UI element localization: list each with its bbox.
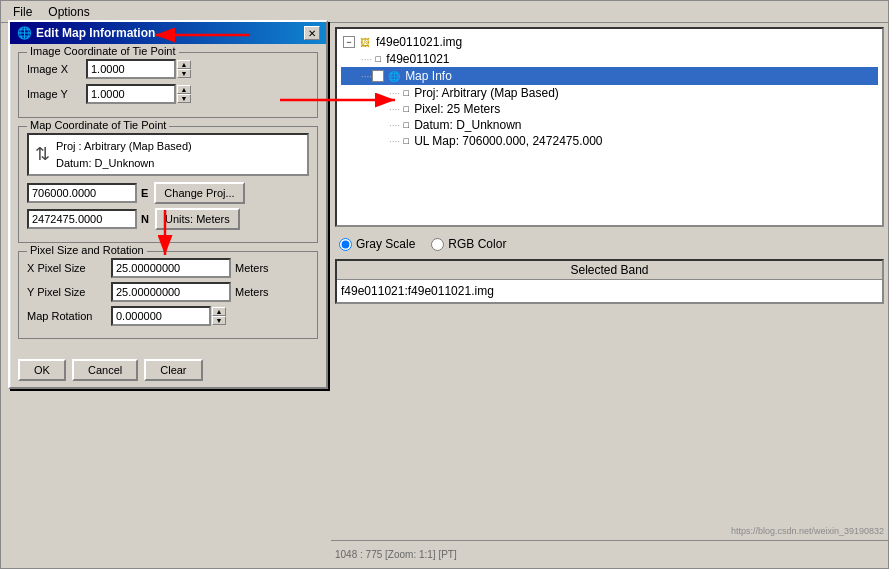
units-button[interactable]: Units: Meters [155,208,240,230]
image-x-label: Image X [27,63,82,75]
tree-item-6[interactable]: ···· □ UL Map: 706000.000, 2472475.000 [341,133,878,149]
tree-label-0: f49e011021.img [376,35,462,49]
dialog-title-text: Edit Map Information [36,26,155,40]
rotation-down-btn[interactable]: ▼ [212,316,226,325]
dot-line-2: ···· [361,71,372,82]
dot-line-1: ···· [361,54,372,65]
tree-item-2[interactable]: ···· − 🌐 Map Info [341,67,878,85]
rgb-color-label: RGB Color [448,237,506,251]
swap-icon: ⇅ [35,141,50,168]
image-x-spinner-buttons: ▲ ▼ [177,60,191,78]
dialog-buttons: OK Cancel Clear [10,355,326,387]
easting-input[interactable] [27,183,137,203]
leaf-6: □ [400,135,412,147]
tree-item-5[interactable]: ···· □ Datum: D_Unknown [341,117,878,133]
image-y-label: Image Y [27,88,82,100]
dialog-content: Image Coordinate of Tie Point Image X ▲ … [10,44,326,355]
change-proj-button[interactable]: Change Proj... [154,182,244,204]
tree-label-2: Map Info [405,69,452,83]
dot-line-3: ···· [389,88,400,99]
northing-input[interactable] [27,209,137,229]
leaf-4: □ [400,103,412,115]
dialog-title-icon: 🌐 [16,25,32,41]
clear-button[interactable]: Clear [144,359,202,381]
proj-info-text: Proj : Arbitrary (Map Based) Datum: D_Un… [56,138,192,171]
rgb-color-radio[interactable]: RGB Color [431,237,506,251]
image-y-input[interactable] [86,84,176,104]
tree-label-4: Pixel: 25 Meters [414,102,500,116]
leaf-3: □ [400,87,412,99]
dialog-titlebar: 🌐 Edit Map Information ✕ [10,22,326,44]
y-pixel-unit: Meters [235,286,269,298]
tree-item-3[interactable]: ···· □ Proj: Arbitrary (Map Based) [341,85,878,101]
rotation-input[interactable] [111,306,211,326]
image-y-down-btn[interactable]: ▼ [177,94,191,103]
dialog-title-bar: 🌐 Edit Map Information [16,25,155,41]
dot-line-5: ···· [389,120,400,131]
x-pixel-input[interactable] [111,258,231,278]
tree-item-4[interactable]: ···· □ Pixel: 25 Meters [341,101,878,117]
dot-line-6: ···· [389,136,400,147]
y-pixel-row: Y Pixel Size Meters [27,282,309,302]
proj-line2: Datum: D_Unknown [56,155,192,172]
right-panel: − 🖼 f49e011021.img ···· □ f49e011021 ···… [331,23,888,568]
expand-icon-1[interactable]: □ [372,53,384,65]
image-x-spinner[interactable]: ▲ ▼ [86,59,191,79]
x-pixel-unit: Meters [235,262,269,274]
northing-letter: N [141,213,149,225]
rotation-spinner-buttons: ▲ ▼ [212,307,226,325]
x-pixel-label: X Pixel Size [27,262,107,274]
rgb-color-input[interactable] [431,238,444,251]
tree-item-1[interactable]: ···· □ f49e011021 [341,51,878,67]
y-pixel-label: Y Pixel Size [27,286,107,298]
edit-map-dialog: 🌐 Edit Map Information ✕ Image Coordinat… [8,20,328,389]
image-y-up-btn[interactable]: ▲ [177,85,191,94]
tree-label-6: UL Map: 706000.000, 2472475.000 [414,134,602,148]
image-coord-group: Image Coordinate of Tie Point Image X ▲ … [18,52,318,118]
globe-icon: 🌐 [386,68,402,84]
selected-band-panel: Selected Band f49e011021:f49e011021.img [335,259,884,304]
map-coord-label: Map Coordinate of Tie Point [27,119,169,131]
map-coord-group: Map Coordinate of Tie Point ⇅ Proj : Arb… [18,126,318,243]
bottom-coords: 1048 : 775 [Zoom: 1:1] [PT] [335,549,457,560]
dialog-close-button[interactable]: ✕ [304,26,320,40]
proj-info-box: ⇅ Proj : Arbitrary (Map Based) Datum: D_… [27,133,309,176]
image-x-down-btn[interactable]: ▼ [177,69,191,78]
selected-band-value: f49e011021:f49e011021.img [337,280,882,302]
image-x-row: Image X ▲ ▼ [27,59,309,79]
x-pixel-row: X Pixel Size Meters [27,258,309,278]
gray-scale-label: Gray Scale [356,237,415,251]
proj-line1: Proj : Arbitrary (Map Based) [56,138,192,155]
image-coord-label: Image Coordinate of Tie Point [27,45,179,57]
selected-band-header: Selected Band [337,261,882,280]
image-x-input[interactable] [86,59,176,79]
image-y-spinner-buttons: ▲ ▼ [177,85,191,103]
rotation-spinner[interactable]: ▲ ▼ [111,306,226,326]
image-x-up-btn[interactable]: ▲ [177,60,191,69]
gray-scale-radio[interactable]: Gray Scale [339,237,415,251]
pixel-size-group: Pixel Size and Rotation X Pixel Size Met… [18,251,318,339]
ok-button[interactable]: OK [18,359,66,381]
rotation-up-btn[interactable]: ▲ [212,307,226,316]
y-pixel-input[interactable] [111,282,231,302]
watermark: https://blog.csdn.net/weixin_39190832 [731,526,884,536]
rotation-label: Map Rotation [27,310,107,322]
dot-line-4: ···· [389,104,400,115]
leaf-5: □ [400,119,412,131]
expand-icon-2[interactable]: − [372,70,384,82]
radio-area: Gray Scale RGB Color [335,233,884,255]
cancel-button[interactable]: Cancel [72,359,138,381]
tree-view[interactable]: − 🖼 f49e011021.img ···· □ f49e011021 ···… [335,27,884,227]
pixel-size-label: Pixel Size and Rotation [27,244,147,256]
img-icon: 🖼 [357,34,373,50]
menu-options[interactable]: Options [40,3,97,21]
expand-icon-0[interactable]: − [343,36,355,48]
tree-item-0[interactable]: − 🖼 f49e011021.img [341,33,878,51]
bottom-status: 1048 : 775 [Zoom: 1:1] [PT] [331,540,888,568]
menu-file[interactable]: File [5,3,40,21]
tree-label-1: f49e011021 [386,52,449,66]
tree-label-5: Datum: D_Unknown [414,118,521,132]
image-y-spinner[interactable]: ▲ ▼ [86,84,191,104]
rotation-row: Map Rotation ▲ ▼ [27,306,309,326]
gray-scale-input[interactable] [339,238,352,251]
